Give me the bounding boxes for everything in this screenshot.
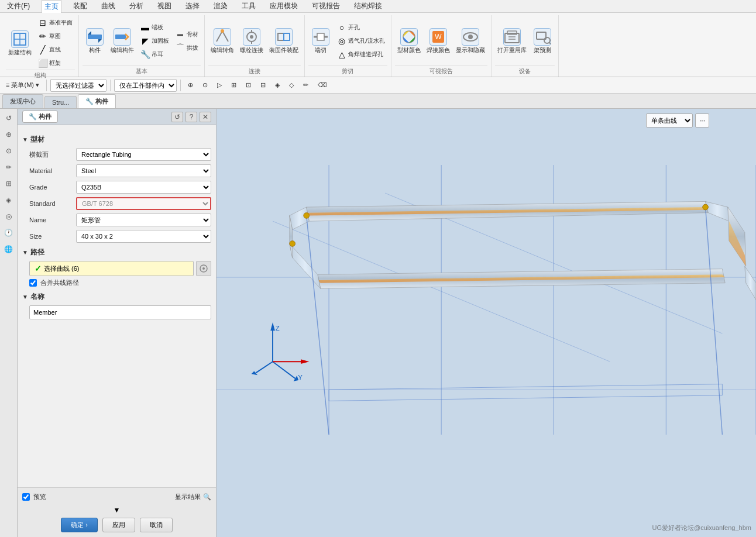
sidebar-icon-8[interactable]: 🕐 [2, 226, 16, 240]
grade-select[interactable]: Q235B [76, 181, 211, 194]
frame-button[interactable]: ⬜ 框架 [35, 57, 75, 70]
toolbar-icon-9[interactable]: ✏ [300, 80, 312, 90]
cancel-button[interactable]: 取消 [140, 518, 173, 532]
dialog-tab-component[interactable]: 🔧 构件 [22, 111, 58, 123]
member-label: 构件 [89, 47, 101, 54]
show-results-btn[interactable]: 显示结果 🔍 [175, 493, 211, 501]
cross-section-select[interactable]: Rectangle Tubing [76, 148, 211, 161]
show-hide-button[interactable]: 显示和隐藏 [453, 26, 487, 56]
name-section-header[interactable]: ▼ 名称 [22, 292, 211, 302]
apply-button[interactable]: 应用 [102, 518, 135, 532]
open-hole-label: 开孔 [348, 23, 360, 32]
name-arrow: ▼ [22, 294, 28, 300]
confirm-button[interactable]: 确定 › [61, 518, 98, 532]
line-button[interactable]: ╱ 直线 [35, 43, 75, 56]
toolbar-icon-5[interactable]: ⊡ [242, 80, 255, 90]
dialog-refresh-btn[interactable]: ↺ [171, 112, 183, 122]
select-curves-btn[interactable]: ✓ 选择曲线 (6) [29, 261, 194, 276]
tab-stru[interactable]: Stru... [44, 96, 77, 108]
toolbar-icon-1[interactable]: ⊕ [184, 80, 197, 90]
sidebar-icon-1[interactable]: ↺ [2, 111, 16, 125]
part-assembly-button[interactable]: 装固件装配 [267, 26, 301, 56]
svg-rect-13 [284, 33, 290, 40]
lifting-lug-button[interactable]: 🔧 吊耳 [138, 48, 171, 61]
arch-icon: ⌒ [175, 43, 185, 53]
ribbon-group-connect: 编辑转角 螺栓连接 装固件装配 连接 [205, 15, 305, 77]
menu-render[interactable]: 渲染 [211, 0, 230, 12]
sidebar-icon-6[interactable]: ◈ [2, 193, 16, 207]
member-button[interactable]: 构件 [83, 26, 107, 56]
purlin-button[interactable]: ═ 骨材 [173, 28, 201, 41]
path-icon-button[interactable] [196, 261, 211, 276]
end-plate-button[interactable]: ▬ 端板 [138, 21, 171, 34]
svg-text:W: W [435, 33, 442, 41]
toolbar-icon-10[interactable]: ⌫ [314, 80, 331, 90]
sidebar-icon-9[interactable]: 🌐 [2, 242, 16, 256]
edit-member-button[interactable]: 编辑构件 [108, 26, 136, 56]
end-plate-label: 端板 [152, 23, 163, 32]
tab-discovery[interactable]: 发现中心 [2, 94, 43, 108]
path-section-header[interactable]: ▼ 路径 [22, 247, 211, 257]
weld-color-button[interactable]: W 焊接颜色 [424, 26, 452, 56]
corner-weld-button[interactable]: △ 角焊缝道焊孔 [334, 48, 387, 61]
profile-name-select[interactable]: 矩形管 [76, 214, 211, 226]
viewport[interactable]: 单条曲线 多条曲线 所有曲线 ··· [217, 109, 756, 537]
3d-frame-svg: Z Y [217, 109, 756, 474]
frame-icon: ⬜ [37, 58, 48, 68]
preview-button[interactable]: 架预测 [530, 26, 555, 56]
bolt-connect-button[interactable]: 螺栓连接 [238, 26, 266, 56]
drain-hole-button[interactable]: ◎ 透气孔/流水孔 [334, 35, 387, 47]
material-color-button[interactable]: 型材颜色 [395, 26, 423, 56]
gusset-button[interactable]: ◤ 加固板 [138, 35, 171, 47]
toolbar-icon-6[interactable]: ⊟ [257, 80, 269, 90]
menu-analysis[interactable]: 分析 [127, 0, 146, 12]
standard-select[interactable]: GB/T 6728 [76, 197, 211, 210]
toolbar-icon-7[interactable]: ◈ [272, 80, 283, 90]
edit-corner-button[interactable]: 编辑转角 [208, 26, 236, 56]
merge-checkbox[interactable] [29, 279, 37, 287]
sidebar-icon-5[interactable]: ⊞ [2, 177, 16, 191]
open-library-button[interactable]: 打开重用库 [495, 26, 529, 56]
end-plate-icon: ▬ [140, 22, 150, 33]
menu-file[interactable]: 文件(F) [5, 0, 32, 12]
sidebar-icon-4[interactable]: ✏ [2, 160, 16, 174]
standard-row: Standard GB/T 6728 [22, 197, 211, 210]
toolbar-icon-4[interactable]: ⊞ [228, 80, 240, 90]
member-name-input[interactable] [29, 305, 211, 319]
dialog-close-btn[interactable]: ✕ [200, 112, 211, 122]
menu-visual-report[interactable]: 可视报告 [310, 0, 342, 12]
open-hole-button[interactable]: ○ 开孔 [334, 21, 387, 34]
menu-curve[interactable]: 曲线 [99, 0, 118, 12]
scope-select[interactable]: 仅在工作部件内 [114, 79, 177, 92]
sidebar-icon-3[interactable]: ⊙ [2, 144, 16, 158]
menu-toggle-button[interactable]: ≡ 菜单(M) ▾ [2, 80, 43, 91]
profile-section-header[interactable]: ▼ 型材 [22, 135, 211, 144]
toolbar-icon-2[interactable]: ⊙ [199, 80, 211, 90]
arch-button[interactable]: ⌒ 拱拔 [173, 42, 201, 54]
menu-appmodule[interactable]: 应用模块 [267, 0, 300, 12]
menu-view[interactable]: 视图 [155, 0, 174, 12]
material-select[interactable]: Steel [76, 164, 211, 177]
dialog-help-btn[interactable]: ? [185, 112, 197, 122]
sketch-button[interactable]: ✏ 草图 [35, 30, 75, 43]
size-select[interactable]: 40 x 30 x 2 [76, 230, 211, 243]
lifting-lug-icon: 🔧 [140, 49, 150, 60]
preview-checkbox[interactable] [22, 493, 30, 501]
menu-select[interactable]: 选择 [183, 0, 202, 12]
menu-struct-weld[interactable]: 结构焊接 [352, 0, 384, 12]
base-plane-button[interactable]: ⊟ 基准平面 [35, 16, 75, 29]
sidebar-icon-7[interactable]: ◎ [2, 209, 16, 223]
sidebar-icon-2[interactable]: ⊕ [2, 128, 16, 142]
menu-assembly[interactable]: 装配 [71, 0, 90, 12]
tab-component[interactable]: 🔧 构件 [78, 94, 116, 108]
toolbar-icon-8[interactable]: ◇ [286, 80, 297, 90]
svg-line-59 [273, 362, 295, 378]
filter-select[interactable]: 无选择过滤器 [50, 79, 106, 92]
menu-tools[interactable]: 工具 [239, 0, 258, 12]
trim-button[interactable]: 端切 [308, 26, 333, 56]
check-icon: ✓ [35, 264, 42, 273]
new-structure-button[interactable]: 新建结构 [6, 29, 34, 58]
menu-home[interactable]: 主页 [42, 0, 61, 13]
toolbar-icon-3[interactable]: ▷ [214, 80, 225, 90]
svg-point-7 [221, 29, 224, 33]
